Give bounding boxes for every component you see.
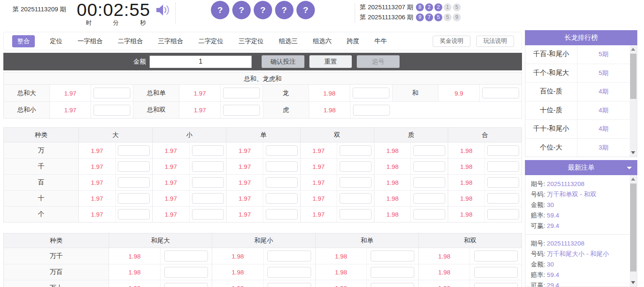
help-icon[interactable]: ? [275, 1, 293, 19]
bet-input[interactable] [267, 283, 311, 287]
streak-name: 千个-和尾大 [525, 64, 577, 83]
bet-input[interactable] [164, 251, 208, 261]
bet-input[interactable] [223, 88, 260, 98]
bet-input[interactable] [118, 145, 150, 156]
tab-zuxuan-san[interactable]: 组选三 [279, 37, 298, 45]
odds-value: 1.97 [226, 142, 263, 158]
tab-erzi-zuhe[interactable]: 二字组合 [118, 37, 143, 45]
row-label: 十 [4, 191, 78, 206]
bet-option-label: 总和单 [133, 85, 179, 101]
bet-input[interactable] [487, 145, 519, 156]
bet-input[interactable] [413, 145, 445, 156]
bet-input[interactable] [340, 145, 371, 156]
speaker-icon[interactable] [156, 4, 170, 18]
row-label: 千 [4, 159, 78, 174]
help-icon[interactable]: ? [232, 1, 251, 19]
rules-info-button[interactable]: 玩法说明 [476, 36, 514, 47]
bet-input[interactable] [267, 251, 311, 261]
bet-input[interactable] [164, 283, 208, 287]
tab-kuadu[interactable]: 跨度 [347, 37, 359, 45]
tab-yizi-zuhe[interactable]: 一字组合 [78, 37, 103, 45]
odds-value: 1.97 [226, 175, 263, 190]
bet-input[interactable] [266, 193, 298, 204]
bet-input[interactable] [413, 193, 445, 204]
bet-input[interactable] [487, 209, 519, 220]
header-divider [175, 2, 176, 24]
scroll-up-icon[interactable] [631, 48, 635, 51]
bet-input[interactable] [340, 177, 371, 188]
bet-input[interactable] [487, 177, 519, 188]
bet-input[interactable] [164, 267, 208, 278]
bet-input[interactable] [93, 105, 130, 116]
bet-input[interactable] [266, 177, 298, 188]
bet-input[interactable] [192, 193, 224, 204]
odds-value: 1.97 [153, 191, 190, 206]
bet-input[interactable] [192, 145, 224, 156]
bet-input[interactable] [340, 161, 371, 172]
scrollbar-thumb[interactable] [630, 54, 636, 99]
result-ball: 1 [444, 3, 452, 11]
scroll-up-icon[interactable] [631, 178, 635, 181]
bet-input[interactable] [118, 209, 150, 220]
bet-input[interactable] [118, 193, 150, 204]
bet-input[interactable] [266, 209, 298, 220]
bet-input[interactable] [482, 88, 519, 98]
reset-button[interactable]: 重置 [309, 55, 352, 68]
bet-input[interactable] [413, 209, 445, 220]
scrollbar-thumb[interactable] [630, 184, 636, 271]
tab-sanzi-zuhe[interactable]: 三字组合 [158, 37, 183, 45]
bet-input[interactable] [474, 267, 518, 278]
bet-input[interactable] [353, 88, 390, 98]
bet-input[interactable] [266, 145, 298, 156]
bet-input[interactable] [371, 283, 414, 287]
odds-value: 1.97 [153, 159, 190, 174]
scroll-down-icon[interactable] [631, 151, 635, 154]
tab-erzi-dingwei[interactable]: 二字定位 [198, 37, 223, 45]
help-icon[interactable]: ? [254, 1, 272, 19]
help-icon[interactable]: ? [296, 1, 315, 19]
bet-input[interactable] [93, 88, 130, 98]
column-header: 单 [226, 128, 300, 142]
bet-input[interactable] [266, 161, 298, 172]
bet-input[interactable] [340, 193, 371, 204]
bet-numbers-label: 号码: [531, 191, 545, 198]
bet-input[interactable] [340, 209, 371, 220]
bet-input[interactable] [413, 161, 445, 172]
bet-input[interactable] [223, 105, 260, 116]
chase-number-button[interactable]: 追号 [357, 55, 400, 68]
prize-info-button[interactable]: 奖金说明 [433, 36, 470, 47]
confirm-bet-button[interactable]: 确认投注 [262, 55, 304, 68]
bet-input[interactable] [413, 177, 445, 188]
bet-input[interactable] [192, 161, 224, 172]
help-button-group: ? ? ? ? ? [211, 1, 315, 19]
bet-input[interactable] [371, 267, 414, 278]
bet-input[interactable] [353, 105, 390, 116]
bet-input[interactable] [474, 283, 518, 287]
help-icon[interactable]: ? [211, 1, 229, 19]
bet-odds-value: 59.4 [547, 271, 559, 278]
bet-input[interactable] [118, 161, 150, 172]
scroll-down-icon[interactable] [631, 281, 635, 284]
panel-title-text: 最新注单 [568, 164, 595, 171]
tab-zhenghe[interactable]: 整合 [12, 35, 35, 47]
bet-input[interactable] [267, 267, 311, 278]
bet-input[interactable] [192, 209, 224, 220]
bet-input[interactable] [487, 193, 519, 204]
bet-input[interactable] [474, 251, 518, 261]
scrollbar[interactable] [630, 45, 637, 157]
amount-input[interactable] [150, 56, 252, 68]
bet-input[interactable] [118, 177, 150, 188]
result-issue-label: 第 20251113207 期 [360, 3, 413, 11]
bet-input[interactable] [192, 177, 224, 188]
bet-input[interactable] [487, 161, 519, 172]
bet-record: 期号: 20251113208 号码: 万千和单双 - 和双 金额: 30 赔率… [525, 175, 628, 231]
scrollbar[interactable] [630, 175, 637, 287]
tab-sanzi-dingwei[interactable]: 三字定位 [239, 37, 264, 45]
tab-zuxuan-liu[interactable]: 组选六 [313, 37, 332, 45]
odds-value: 1.97 [226, 159, 263, 174]
chevron-down-icon[interactable] [627, 167, 632, 169]
bet-input[interactable] [371, 251, 414, 261]
odds-value: 1.98 [316, 280, 367, 287]
tab-dingwei[interactable]: 定位 [50, 37, 62, 45]
tab-niuniu[interactable]: 牛牛 [374, 37, 387, 45]
